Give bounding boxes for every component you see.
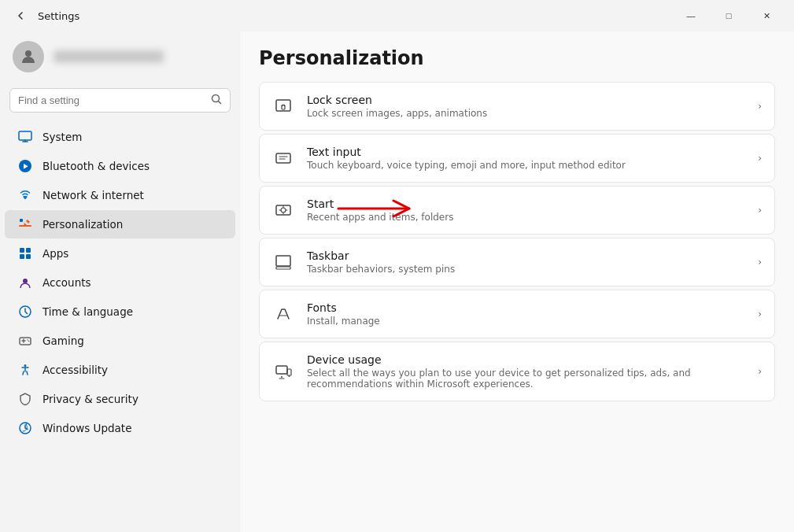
chevron-right-icon: ›	[758, 205, 762, 216]
app-body: System Bluetooth & devices	[0, 31, 794, 532]
fonts-title: Fonts	[307, 301, 745, 314]
sidebar-item-bluetooth[interactable]: Bluetooth & devices	[5, 152, 235, 180]
lock-screen-icon	[272, 95, 294, 117]
svg-rect-2	[19, 131, 31, 140]
accessibility-icon	[17, 362, 33, 378]
system-icon	[17, 129, 33, 145]
update-icon	[17, 420, 33, 436]
sidebar-item-time[interactable]: Time & language	[5, 297, 235, 326]
minimize-button[interactable]: —	[673, 4, 709, 28]
device-usage-desc: Select all the ways you plan to use your…	[307, 368, 745, 390]
svg-point-0	[25, 50, 31, 57]
window-controls: — □ ✕	[673, 4, 785, 28]
sidebar-item-label: Time & language	[42, 305, 133, 318]
privacy-icon	[17, 391, 33, 407]
sidebar-item-accessibility[interactable]: Accessibility	[5, 356, 235, 384]
title-bar: Settings — □ ✕	[0, 0, 794, 31]
start-desc: Recent apps and items, folders	[307, 212, 745, 223]
accounts-icon	[17, 275, 33, 290]
text-input-text: Text input Touch keyboard, voice typing,…	[307, 146, 745, 171]
maximize-button[interactable]: □	[711, 4, 747, 28]
app-title: Settings	[38, 10, 673, 22]
svg-point-27	[289, 375, 290, 377]
back-button[interactable]	[9, 5, 31, 27]
sidebar-item-label: System	[42, 131, 82, 143]
sidebar-item-network[interactable]: Network & internet	[5, 181, 235, 209]
sidebar-item-label: Privacy & security	[42, 393, 138, 405]
search-input[interactable]	[18, 94, 205, 106]
settings-item-text-input[interactable]: Text input Touch keyboard, voice typing,…	[259, 134, 775, 183]
time-icon	[17, 304, 33, 320]
lock-screen-text: Lock screen Lock screen images, apps, an…	[307, 94, 745, 119]
fonts-text: Fonts Install, manage	[307, 301, 745, 327]
user-name	[54, 50, 164, 63]
sidebar-item-label: Apps	[42, 247, 68, 260]
start-title: Start	[307, 198, 745, 210]
lock-screen-title: Lock screen	[307, 94, 745, 106]
sidebar-item-accounts[interactable]: Accounts	[5, 268, 235, 297]
taskbar-icon	[272, 251, 294, 273]
svg-point-13	[27, 339, 28, 341]
close-button[interactable]: ✕	[748, 4, 785, 28]
svg-point-21	[281, 208, 286, 212]
sidebar-item-label: Accessibility	[42, 364, 108, 376]
svg-rect-24	[276, 366, 287, 374]
settings-item-fonts[interactable]: Fonts Install, manage ›	[259, 290, 775, 338]
user-section	[0, 31, 240, 82]
svg-rect-19	[276, 153, 290, 163]
fonts-icon	[272, 303, 294, 325]
bluetooth-icon	[17, 158, 33, 174]
svg-rect-8	[20, 254, 24, 259]
device-usage-text: Device usage Select all the ways you pla…	[307, 353, 745, 390]
device-usage-icon	[272, 360, 294, 382]
svg-point-10	[23, 279, 28, 283]
sidebar-item-label: Windows Update	[42, 422, 131, 434]
settings-item-taskbar[interactable]: Taskbar Taskbar behaviors, system pins ›	[259, 238, 775, 286]
device-usage-title: Device usage	[307, 353, 745, 366]
chevron-right-icon: ›	[758, 257, 762, 268]
svg-point-15	[24, 364, 27, 367]
sidebar: System Bluetooth & devices	[0, 31, 240, 532]
sidebar-item-gaming[interactable]: Gaming	[5, 327, 235, 355]
svg-point-14	[28, 341, 30, 342]
text-input-title: Text input	[307, 146, 745, 158]
chevron-right-icon: ›	[758, 101, 762, 112]
settings-item-lock-screen[interactable]: Lock screen Lock screen images, apps, an…	[259, 82, 775, 131]
svg-rect-7	[26, 248, 31, 253]
chevron-right-icon: ›	[758, 308, 762, 320]
avatar	[13, 41, 44, 72]
sidebar-item-system[interactable]: System	[5, 123, 235, 151]
taskbar-text: Taskbar Taskbar behaviors, system pins	[307, 249, 745, 275]
svg-rect-22	[276, 256, 290, 266]
main-content: Personalization Lock screen Lock screen …	[240, 31, 794, 532]
chevron-right-icon: ›	[758, 366, 762, 377]
sidebar-item-label: Personalization	[42, 218, 123, 231]
taskbar-title: Taskbar	[307, 249, 745, 262]
chevron-right-icon: ›	[758, 153, 762, 164]
sidebar-item-privacy[interactable]: Privacy & security	[5, 385, 235, 413]
fonts-desc: Install, manage	[307, 316, 745, 327]
svg-rect-23	[276, 267, 290, 269]
start-icon	[272, 199, 294, 221]
sidebar-item-update[interactable]: Windows Update	[5, 414, 235, 442]
sidebar-item-apps[interactable]: Apps	[5, 239, 235, 268]
text-input-icon	[272, 147, 294, 169]
settings-list: Lock screen Lock screen images, apps, an…	[259, 82, 775, 401]
gaming-icon	[17, 333, 33, 349]
search-box[interactable]	[9, 88, 231, 113]
sidebar-item-label: Bluetooth & devices	[42, 160, 150, 172]
settings-item-start[interactable]: Start Recent apps and items, folders ›	[259, 186, 775, 235]
sidebar-item-label: Gaming	[42, 334, 84, 347]
svg-point-26	[281, 376, 283, 378]
svg-rect-9	[26, 254, 31, 259]
settings-item-device-usage[interactable]: Device usage Select all the ways you pla…	[259, 342, 775, 401]
svg-rect-4	[20, 219, 23, 222]
network-icon	[17, 187, 33, 203]
apps-icon	[17, 246, 33, 261]
svg-rect-6	[20, 248, 24, 253]
nav-menu: System Bluetooth & devices	[0, 122, 240, 443]
lock-screen-desc: Lock screen images, apps, animations	[307, 108, 745, 119]
page-title: Personalization	[259, 47, 775, 69]
search-icon	[211, 94, 222, 107]
sidebar-item-personalization[interactable]: Personalization	[5, 210, 235, 238]
